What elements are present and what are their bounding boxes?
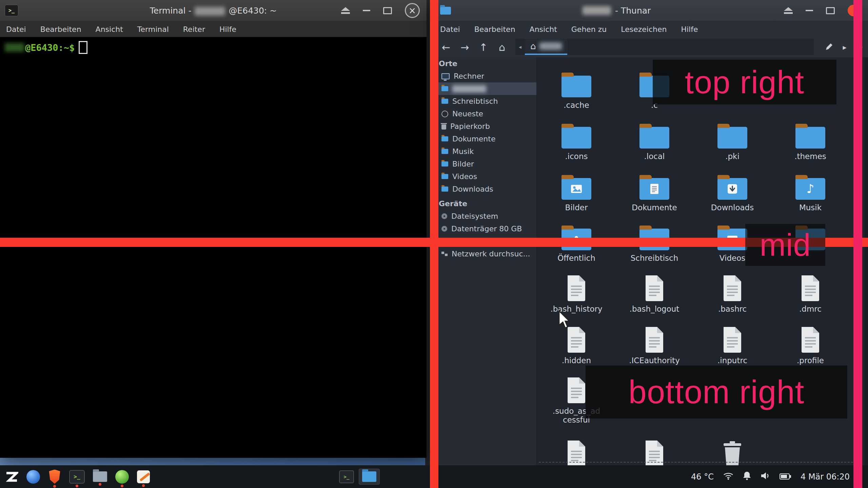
zorin-menu-button[interactable] — [5, 470, 18, 483]
file-item[interactable]: Dokumente — [615, 171, 693, 212]
text-file-icon — [566, 377, 587, 403]
censored-username — [452, 85, 486, 93]
current-folder-crumb[interactable]: ⌂ — [525, 39, 567, 55]
software-icon[interactable] — [115, 470, 129, 484]
menu-bearbeiten[interactable]: Bearbeiten — [40, 25, 81, 34]
chevron-right-icon[interactable]: ▸ — [843, 43, 846, 52]
brave-icon[interactable] — [48, 470, 61, 484]
sidebar-item-papierkorb[interactable]: Papierkorb — [434, 120, 536, 133]
annotation-label-top-right: top right — [653, 60, 836, 104]
back-button[interactable]: ← — [437, 41, 455, 53]
file-item[interactable]: .bashrc — [693, 273, 771, 313]
clock[interactable]: 4 Mär 06:20 — [801, 472, 850, 482]
terminal-app-icon: >_ — [5, 5, 18, 16]
browser-icon[interactable] — [26, 470, 40, 484]
file-item[interactable]: .inputrc — [693, 324, 771, 365]
sidebar-item-home[interactable] — [434, 82, 536, 95]
rollup-icon[interactable] — [784, 7, 793, 14]
sidebar-item-musik[interactable]: Musik — [434, 145, 536, 158]
file-item[interactable]: Bilder — [537, 171, 615, 212]
sidebar-item-dokumente[interactable]: Dokumente — [434, 133, 536, 145]
scrollbar[interactable] — [865, 57, 868, 465]
sidebar-item-rechner[interactable]: Rechner — [434, 70, 536, 82]
menu-gehen-zu[interactable]: Gehen zu — [571, 25, 607, 34]
text-file-icon — [800, 275, 821, 301]
file-item[interactable]: .pki — [693, 120, 771, 161]
terminal-launcher-icon[interactable]: >_ — [69, 470, 85, 484]
file-item[interactable]: .dmrc — [771, 273, 849, 313]
wifi-icon[interactable] — [723, 471, 733, 482]
close-button[interactable]: × — [405, 3, 420, 18]
thunar-titlebar[interactable]: - Thunar — [434, 0, 868, 21]
file-item[interactable]: .icons — [537, 120, 615, 161]
temperature-indicator[interactable]: 46 °C — [691, 472, 714, 482]
file-item[interactable] — [615, 438, 693, 465]
home-button[interactable]: ⌂ — [493, 41, 511, 53]
menu-lesezeichen[interactable]: Lesezeichen — [621, 25, 667, 34]
sidebar-item-datentraeger[interactable]: Datenträger 80 GB — [434, 222, 536, 235]
file-item[interactable]: .bash_logout — [615, 273, 693, 313]
view-bottom-divider — [539, 462, 853, 463]
file-label: .profile — [797, 356, 824, 365]
maximize-button[interactable] — [826, 7, 835, 14]
minimize-button[interactable] — [806, 10, 813, 11]
sidebar-item-netzwerk[interactable]: Netzwerk durchsuc... — [434, 248, 536, 260]
file-label: Bilder — [565, 203, 588, 212]
menu-reiter[interactable]: Reiter — [183, 25, 205, 34]
file-item[interactable]: Downloads — [693, 171, 771, 212]
menu-datei[interactable]: Datei — [6, 25, 26, 34]
menu-hilfe[interactable]: Hilfe — [681, 25, 698, 34]
file-item[interactable] — [693, 438, 771, 465]
rollup-icon[interactable] — [341, 7, 350, 14]
crumb-scroll-left-icon[interactable]: ◂ — [519, 44, 521, 50]
terminal-titlebar[interactable]: >_ Terminal -@E6430: ~ × — [0, 0, 427, 21]
menu-terminal[interactable]: Terminal — [137, 25, 169, 34]
battery-icon[interactable] — [780, 472, 791, 482]
computer-icon — [441, 73, 450, 79]
file-item[interactable]: .bash_history — [537, 273, 615, 313]
menu-bearbeiten[interactable]: Bearbeiten — [474, 25, 515, 34]
sidebar-item-neueste[interactable]: Neueste — [434, 108, 536, 120]
path-bar[interactable]: ◂ ⌂ — [515, 39, 814, 55]
sidebar-item-dateisystem[interactable]: Dateisystem — [434, 210, 536, 222]
edit-path-icon[interactable] — [825, 42, 834, 52]
sidebar-item-schreibtisch[interactable]: Schreibtisch — [434, 95, 536, 108]
file-label: .themes — [794, 152, 826, 161]
forward-button[interactable]: → — [455, 41, 474, 53]
sidebar-item-downloads[interactable]: Downloads — [434, 183, 536, 195]
annotation-label-mid: mid — [745, 224, 825, 266]
menu-ansicht[interactable]: Ansicht — [530, 25, 557, 34]
file-item[interactable]: .profile — [771, 324, 849, 365]
menu-ansicht[interactable]: Ansicht — [96, 25, 123, 34]
volume-icon[interactable] — [761, 472, 770, 482]
file-item[interactable]: .themes — [771, 120, 849, 161]
file-item[interactable]: ♪ Musik — [771, 171, 849, 212]
menu-hilfe[interactable]: Hilfe — [219, 25, 236, 34]
file-item[interactable]: .cache — [537, 69, 615, 110]
file-item[interactable]: .ICEauthority — [615, 324, 693, 365]
terminal-title-suffix: @E6430: ~ — [229, 6, 277, 16]
sidebar-item-bilder[interactable]: Bilder — [434, 158, 536, 170]
folder-icon — [441, 187, 448, 192]
prompt-text: @E6430:~$ — [25, 42, 75, 53]
file-item[interactable]: .hidden — [537, 324, 615, 365]
menu-datei[interactable]: Datei — [440, 25, 460, 34]
sidebar-item-videos[interactable]: Videos — [434, 170, 536, 183]
file-item[interactable]: .local — [615, 120, 693, 161]
text-file-icon — [566, 326, 587, 353]
terminal-window: >_ Terminal -@E6430: ~ × Datei Bearbeite… — [0, 0, 427, 458]
minimize-button[interactable] — [363, 10, 370, 11]
file-manager-icon[interactable] — [93, 471, 107, 482]
text-file-icon — [722, 275, 743, 301]
taskbar-window-thunar[interactable] — [359, 469, 380, 485]
file-item[interactable] — [537, 438, 615, 465]
terminal-cursor — [79, 41, 87, 54]
taskbar-window-terminal[interactable]: >_ — [339, 470, 354, 483]
devices-header: Geräte — [434, 197, 536, 210]
terminal-title-prefix: Terminal - — [150, 6, 192, 16]
maximize-button[interactable] — [383, 7, 392, 14]
up-button[interactable]: ↑ — [474, 41, 493, 53]
notifications-icon[interactable] — [743, 471, 751, 482]
terminal-output[interactable]: @E6430:~$ — [0, 37, 427, 458]
text-editor-icon[interactable] — [137, 470, 150, 483]
